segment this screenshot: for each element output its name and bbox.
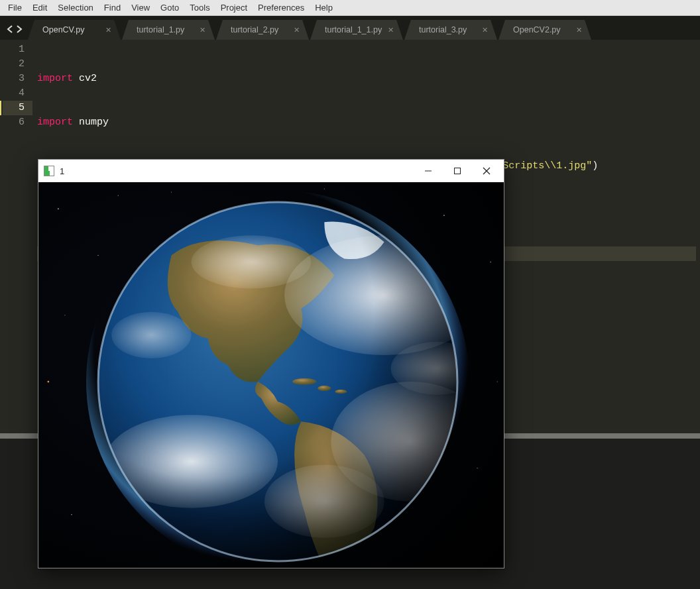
menu-edit[interactable]: Edit — [27, 1, 52, 14]
tab-prev-icon[interactable] — [7, 25, 13, 33]
svg-point-4 — [58, 208, 59, 209]
svg-point-11 — [497, 382, 498, 382]
close-icon[interactable]: ✕ — [105, 27, 111, 33]
tab-next-icon[interactable] — [16, 25, 23, 33]
code-line: import cv2 — [37, 72, 696, 86]
menu-bar: File Edit Selection Find View Goto Tools… — [0, 0, 700, 16]
menu-help[interactable]: Help — [310, 1, 338, 14]
svg-point-14 — [98, 255, 99, 256]
tab-opencv-py[interactable]: OpenCV.py ✕ — [28, 20, 121, 40]
tab-bar: OpenCV.py ✕ turtorial_1.py ✕ turtorial_2… — [0, 16, 700, 40]
window-titlebar[interactable]: 1 — [38, 160, 504, 182]
tab-label: OpenCV.py — [42, 25, 84, 34]
tab-opencv2-py[interactable]: OpenCV2.py ✕ — [498, 20, 591, 40]
close-icon[interactable]: ✕ — [387, 27, 394, 33]
tab-label: turtorial_1_1.py — [325, 25, 382, 34]
line-number: 4 — [3, 86, 25, 101]
svg-point-28 — [98, 202, 457, 561]
tab-label: OpenCV2.py — [513, 25, 561, 34]
menu-tools[interactable]: Tools — [184, 1, 215, 14]
close-button[interactable] — [472, 161, 501, 181]
image-window: 1 — [38, 159, 504, 568]
svg-point-15 — [64, 315, 65, 315]
menu-find[interactable]: Find — [99, 1, 126, 14]
svg-point-5 — [118, 195, 119, 195]
window-title-left: 1 — [44, 166, 64, 176]
close-icon — [483, 167, 491, 175]
svg-point-6 — [443, 215, 445, 216]
line-number-active: 5 — [3, 101, 32, 115]
code-line: import numpy — [37, 115, 696, 130]
close-icon[interactable]: ✕ — [481, 27, 488, 33]
line-number-gutter: 1 2 3 4 5 6 — [0, 40, 33, 433]
window-controls — [414, 161, 501, 181]
tab-turtorial-2-py[interactable]: turtorial_2.py ✕ — [216, 20, 309, 40]
image-content — [38, 182, 504, 568]
tab-nav-arrows — [3, 25, 28, 40]
close-icon[interactable]: ✕ — [199, 27, 205, 33]
menu-view[interactable]: View — [126, 1, 155, 14]
tab-turtorial-1-py[interactable]: turtorial_1.py ✕ — [122, 20, 215, 40]
menu-selection[interactable]: Selection — [52, 1, 98, 14]
line-number: 1 — [3, 42, 25, 57]
svg-rect-1 — [455, 168, 461, 174]
line-number: 2 — [3, 57, 25, 72]
tab-label: turtorial_2.py — [231, 25, 278, 34]
window-title: 1 — [60, 166, 64, 176]
close-icon[interactable]: ✕ — [293, 27, 300, 33]
line-number: 6 — [3, 115, 25, 130]
tab-label: turtorial_1.py — [137, 25, 184, 34]
menu-file[interactable]: File — [3, 1, 27, 14]
maximize-button[interactable] — [443, 161, 472, 181]
close-icon[interactable]: ✕ — [575, 27, 582, 33]
svg-point-9 — [47, 381, 49, 383]
tab-turtorial-1-1-py[interactable]: turtorial_1_1.py ✕ — [310, 20, 403, 40]
svg-point-13 — [324, 189, 325, 189]
maximize-icon — [453, 167, 461, 175]
app-icon — [44, 166, 54, 176]
svg-point-12 — [171, 192, 172, 193]
menu-preferences[interactable]: Preferences — [253, 1, 310, 14]
svg-point-10 — [477, 468, 477, 468]
earth-image — [38, 182, 504, 568]
menu-project[interactable]: Project — [215, 1, 253, 14]
tab-turtorial-3-py[interactable]: turtorial_3.py ✕ — [404, 20, 497, 40]
minimize-button[interactable] — [414, 161, 443, 181]
menu-goto[interactable]: Goto — [155, 1, 184, 14]
tab-label: turtorial_3.py — [419, 25, 467, 34]
svg-point-8 — [71, 514, 72, 515]
svg-point-7 — [490, 262, 491, 262]
minimize-icon — [424, 167, 432, 175]
line-number: 3 — [3, 72, 25, 86]
